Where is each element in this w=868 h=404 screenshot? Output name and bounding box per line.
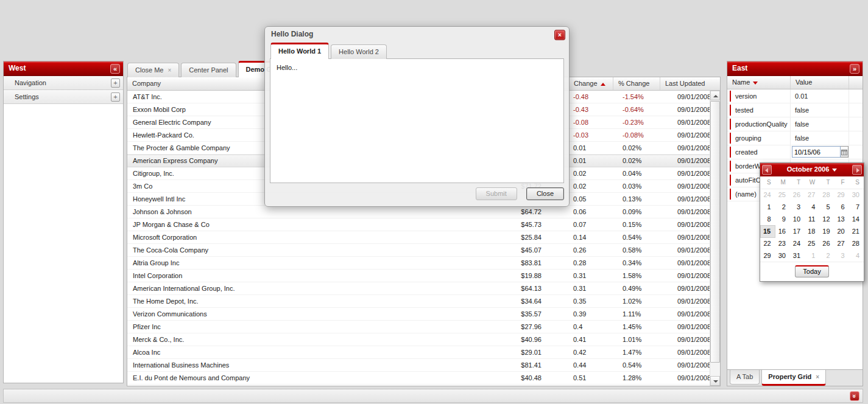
close-icon[interactable]: × [554, 30, 565, 40]
cell-company: The Coca-Cola Company [127, 244, 496, 256]
sidebar-item-navigation[interactable]: Navigation+ [4, 76, 123, 90]
calendar-day[interactable]: 24 [761, 189, 775, 201]
grid-scrollbar[interactable] [710, 91, 720, 386]
calendar-day[interactable]: 17 [790, 225, 805, 237]
close-button[interactable]: Close [526, 187, 564, 200]
calendar-day[interactable]: 23 [775, 237, 790, 249]
calendar-day[interactable]: 4 [849, 249, 864, 262]
table-row[interactable]: International Business Machines$81.410.4… [127, 359, 710, 372]
calendar-day[interactable]: 19 [819, 225, 834, 237]
expand-plus-icon[interactable]: + [111, 92, 120, 102]
calendar-day[interactable]: 11 [805, 213, 819, 225]
expand-up-icon[interactable]: » [850, 391, 859, 401]
calendar-day[interactable]: 27 [805, 189, 819, 201]
cell-change: 0.01 [569, 142, 613, 154]
column-header-name[interactable]: Name [727, 76, 791, 89]
calendar-day[interactable]: 30 [849, 189, 864, 201]
table-row[interactable]: Alcoa Inc$29.010.421.47%09/01/2008 [127, 346, 710, 359]
calendar-trigger-icon[interactable] [841, 146, 849, 158]
calendar-day[interactable]: 26 [819, 237, 834, 249]
property-row[interactable]: productionQualityfalse [727, 117, 863, 131]
calendar-day[interactable]: 10 [790, 213, 805, 225]
next-month-icon[interactable] [852, 165, 862, 175]
cell-company: Altria Group Inc [127, 257, 496, 269]
prev-month-icon[interactable] [762, 165, 772, 175]
column-header-last-updated[interactable]: Last Updated [660, 77, 710, 90]
calendar-day[interactable]: 14 [849, 213, 864, 225]
column-header-change[interactable]: Change [569, 77, 613, 90]
tab-a-tab[interactable]: A Tab [730, 370, 760, 385]
calendar-day[interactable]: 16 [775, 225, 790, 237]
table-row[interactable]: Pfizer Inc$27.960.41.45%09/01/2008 [127, 321, 710, 333]
month-label[interactable]: October 2006 [787, 165, 830, 173]
calendar-day[interactable]: 25 [775, 189, 790, 201]
table-row[interactable]: The Home Depot, Inc.$34.640.351.02%09/01… [127, 295, 710, 308]
calendar-day[interactable]: 29 [834, 189, 849, 201]
submit-button[interactable]: Submit [476, 187, 517, 200]
calendar-day[interactable]: 2 [819, 249, 834, 262]
table-row[interactable]: Johnson & Johnson$64.720.060.09%09/01/20… [127, 206, 710, 218]
table-row[interactable]: E.I. du Pont de Nemours and Company$40.4… [127, 372, 710, 385]
calendar-day[interactable]: 24 [790, 237, 805, 249]
calendar-day[interactable]: 1 [805, 249, 819, 262]
scroll-up-icon[interactable] [710, 91, 720, 100]
property-value: false [791, 117, 849, 131]
calendar-day[interactable]: 18 [805, 225, 819, 237]
calendar-day[interactable]: 7 [849, 201, 864, 213]
property-row[interactable]: version0.01 [727, 89, 863, 103]
dialog-titlebar[interactable]: Hello Dialog × [265, 27, 569, 43]
column-header-pct-change[interactable]: % Change [613, 77, 660, 90]
tab-close-me[interactable]: Close Me× [127, 63, 179, 77]
table-row[interactable]: American International Group, Inc.$64.13… [127, 282, 710, 295]
tab-close-icon[interactable]: × [816, 374, 819, 380]
collapse-left-icon[interactable]: « [110, 64, 120, 74]
table-row[interactable]: JP Morgan & Chase & Co$45.730.070.15%09/… [127, 218, 710, 231]
calendar-day[interactable]: 9 [775, 213, 790, 225]
calendar-day[interactable]: 12 [819, 213, 834, 225]
property-row[interactable]: testedfalse [727, 103, 863, 117]
calendar-day[interactable]: 3 [790, 201, 805, 213]
scrollbar-thumb[interactable] [710, 101, 720, 363]
today-button[interactable]: Today [795, 265, 828, 277]
calendar-day[interactable]: 21 [849, 225, 864, 237]
calendar-day[interactable]: 8 [761, 213, 775, 225]
sidebar-item-settings[interactable]: Settings+ [4, 90, 123, 104]
tab-hello-world-1[interactable]: Hello World 1 [270, 43, 329, 59]
calendar-day[interactable]: 25 [805, 237, 819, 249]
calendar-day[interactable]: 26 [790, 189, 805, 201]
calendar-day[interactable]: 2 [775, 201, 790, 213]
calendar-day[interactable]: 6 [834, 201, 849, 213]
calendar-day[interactable]: 28 [819, 189, 834, 201]
calendar-day[interactable]: 3 [834, 249, 849, 262]
property-row[interactable]: groupingfalse [727, 131, 863, 145]
created-date-input[interactable] [792, 146, 841, 158]
calendar-day[interactable]: 28 [849, 237, 864, 249]
column-header-value[interactable]: Value [791, 76, 849, 89]
calendar-day-selected[interactable]: 15 [761, 225, 775, 237]
calendar-day[interactable]: 22 [761, 237, 775, 249]
expand-plus-icon[interactable]: + [111, 78, 120, 88]
scroll-down-icon[interactable] [710, 376, 720, 386]
table-row[interactable]: Altria Group Inc$83.810.280.34%09/01/200… [127, 257, 710, 270]
tab-hello-world-2[interactable]: Hello World 2 [331, 44, 387, 59]
tab-close-icon[interactable]: × [168, 67, 171, 74]
table-row[interactable]: Microsoft Corporation$25.840.140.54%09/0… [127, 231, 710, 244]
calendar-day[interactable]: 5 [819, 201, 834, 213]
dialog-footer: Submit Close [265, 183, 569, 205]
calendar-day[interactable]: 30 [775, 249, 790, 262]
table-row[interactable]: Verizon Communications$35.570.391.11%09/… [127, 308, 710, 321]
calendar-day[interactable]: 13 [834, 213, 849, 225]
calendar-day[interactable]: 1 [761, 201, 775, 213]
calendar-day[interactable]: 20 [834, 225, 849, 237]
table-row[interactable]: Intel Corporation$19.880.311.58%09/01/20… [127, 270, 710, 282]
table-row[interactable]: Merck & Co., Inc.$40.960.411.01%09/01/20… [127, 333, 710, 346]
calendar-day[interactable]: 27 [834, 237, 849, 249]
tab-property-grid[interactable]: Property Grid× [761, 370, 826, 386]
collapse-right-icon[interactable]: » [850, 64, 859, 74]
tab-center-panel[interactable]: Center Panel [181, 63, 236, 77]
calendar-day[interactable]: 4 [805, 201, 819, 213]
table-row[interactable]: The Coca-Cola Company$45.070.260.58%09/0… [127, 244, 710, 257]
property-row[interactable]: created [727, 145, 863, 159]
calendar-day[interactable]: 31 [790, 249, 805, 262]
calendar-day[interactable]: 29 [761, 249, 775, 262]
